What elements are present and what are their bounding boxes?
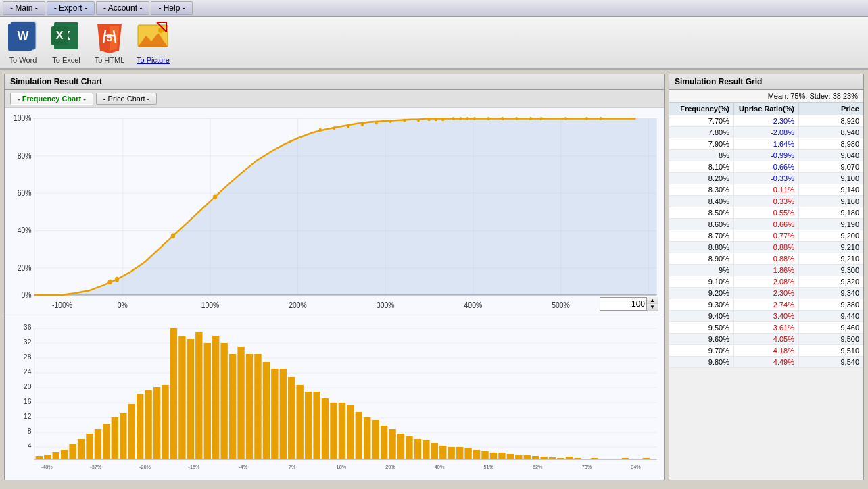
menu-account[interactable]: - Account - [96,1,149,15]
svg-text:73%: 73% [582,465,592,470]
svg-rect-143 [439,446,446,459]
svg-text:-26%: -26% [139,465,151,470]
svg-rect-128 [313,392,320,459]
svg-text:7%: 7% [289,465,296,470]
svg-point-55 [459,117,462,120]
spinner-input[interactable]: 100 [600,297,647,311]
main-content: Simulation Result Chart - Frequency Char… [0,70,868,484]
svg-text:400%: 400% [464,300,483,309]
svg-point-45 [347,124,349,128]
svg-rect-99 [69,444,76,459]
svg-rect-117 [220,343,227,459]
cell-frequency: 7.70% [669,115,734,126]
cell-uprise: 1.86% [734,265,799,276]
svg-text:40%: 40% [435,465,445,470]
to-html-button[interactable]: 5 To HTML [93,21,126,64]
to-picture-button[interactable]: To Picture [137,21,170,64]
svg-text:0%: 0% [118,300,128,309]
grid-container: Simulation Result Grid Mean: 75%, Stdev:… [669,74,864,480]
svg-rect-110 [162,385,168,459]
svg-text:51%: 51% [483,465,493,470]
svg-text:W: W [18,29,29,43]
cell-frequency: 9.80% [669,357,734,367]
picture-icon [137,21,169,53]
svg-rect-141 [423,440,429,459]
menu-help[interactable]: - Help - [151,1,192,15]
menu-export[interactable]: - Export - [47,1,95,15]
svg-text:60%: 60% [18,188,32,197]
table-row: 9.30% 2.74% 9,380 [669,299,863,311]
svg-rect-107 [137,394,143,459]
table-row: 8.30% 0.11% 9,140 [669,184,863,196]
table-row: 8.20% -0.33% 9,100 [669,173,863,184]
svg-rect-155 [540,457,547,459]
chart-title: Simulation Result Chart [5,74,664,90]
cell-frequency: 8.50% [669,207,734,218]
svg-rect-137 [389,429,395,459]
svg-text:84%: 84% [631,465,641,470]
svg-text:29%: 29% [385,465,395,470]
svg-point-57 [473,117,476,120]
spinner-up[interactable]: ▲ [647,297,658,304]
table-row: 9.10% 2.08% 9,320 [669,276,863,288]
cell-uprise: 2.74% [734,299,799,310]
svg-point-44 [333,126,335,130]
cell-price: 9,040 [799,150,863,161]
svg-text:-4%: -4% [239,465,248,470]
svg-text:300%: 300% [377,300,395,309]
table-row: 7.80% -2.08% 8,940 [669,127,863,138]
table-row: 9.50% 3.61% 9,460 [669,322,863,334]
cell-uprise: 2.30% [734,288,799,299]
to-excel-button[interactable]: X X To Excel [50,21,82,64]
tab-price[interactable]: - Price Chart - [96,93,157,105]
cell-frequency: 8.60% [669,219,734,230]
svg-rect-102 [95,429,101,459]
svg-point-41 [171,233,175,238]
svg-point-43 [319,128,322,132]
svg-text:-48%: -48% [41,465,53,470]
cell-uprise: 0.66% [734,219,799,230]
tab-frequency[interactable]: - Frequency Chart - [10,93,93,105]
svg-rect-109 [153,387,160,459]
to-word-label: To Word [9,56,37,64]
svg-text:X: X [56,30,64,41]
cell-frequency: 9.40% [669,311,734,321]
svg-rect-106 [128,404,135,459]
svg-rect-150 [498,453,505,459]
histogram-svg: 36 32 28 24 20 16 12 8 4 [5,317,664,480]
svg-rect-142 [431,443,438,459]
table-row: 7.70% -2.30% 8,920 [669,115,863,127]
cell-frequency: 7.90% [669,138,734,149]
to-word-button[interactable]: W To Word [7,21,39,64]
menu-bar: - Main - - Export - - Account - - Help - [0,0,868,17]
svg-point-54 [452,117,455,120]
svg-rect-123 [271,369,278,459]
grid-stats: Mean: 75%, Stdev: 38.23% [669,90,863,103]
svg-rect-152 [515,455,522,459]
table-row: 9.70% 4.18% 9,510 [669,345,863,357]
svg-point-58 [487,117,490,120]
cell-price: 9,100 [799,173,863,184]
svg-rect-96 [44,455,51,459]
spinner-down[interactable]: ▼ [647,304,658,311]
svg-point-65 [600,117,602,120]
cell-price: 9,460 [799,322,863,333]
svg-point-42 [213,194,217,199]
to-excel-label: To Excel [52,56,80,64]
menu-main[interactable]: - Main - [3,1,45,15]
cell-price: 9,190 [799,219,863,230]
to-html-label: To HTML [95,56,125,64]
cell-frequency: 9.10% [669,276,734,287]
svg-rect-97 [53,452,59,459]
svg-text:16: 16 [24,398,32,405]
cell-uprise: 3.61% [734,322,799,333]
svg-rect-127 [305,392,312,459]
cell-frequency: 9% [669,265,734,276]
svg-rect-112 [178,336,185,459]
cell-price: 9,340 [799,288,863,299]
cell-uprise: 4.49% [734,357,799,367]
svg-rect-156 [549,457,556,459]
table-row: 8.50% 0.55% 9,180 [669,207,863,219]
table-row: 7.90% -1.64% 8,980 [669,138,863,150]
cell-price: 8,940 [799,127,863,138]
